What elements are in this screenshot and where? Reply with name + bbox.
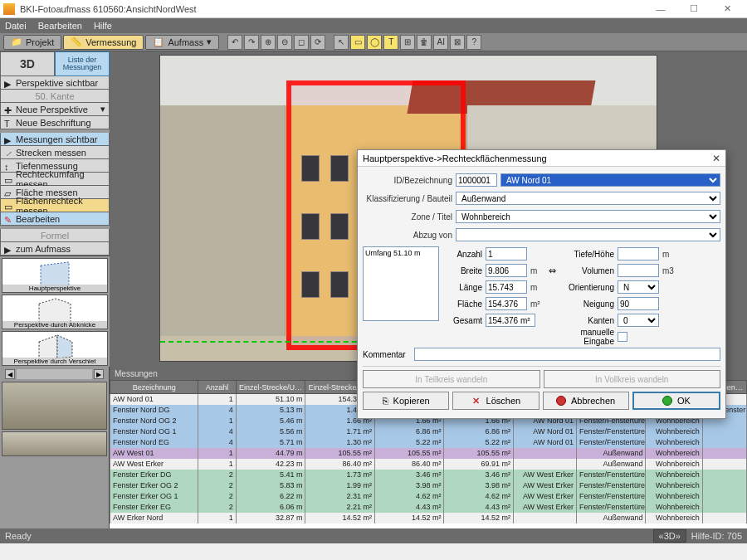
table-row[interactable]: Fenster Nord OG 145.56 m1.71 m²6.86 m²6.… (110, 426, 747, 437)
btn-abbrechen[interactable]: Abbrechen (543, 392, 629, 410)
table-row[interactable]: Fenster Erker DG25.41 m1.73 m²3.46 m²3.4… (110, 470, 747, 480)
laenge-field[interactable] (486, 280, 527, 294)
menu-hilfe[interactable]: Hilfe (94, 21, 112, 31)
table-row[interactable]: AW West Erker142.23 m86.40 m²86.40 m²69.… (110, 459, 747, 470)
copy-icon: ⎘ (383, 396, 388, 406)
menu-datei[interactable]: Datei (5, 21, 27, 31)
tool-undo-icon[interactable]: ↶ (227, 35, 242, 50)
thumb-hauptperspektive[interactable]: Hauptperspektive (2, 258, 108, 293)
status-3d: «3D» (653, 529, 686, 543)
kanten-select[interactable]: 0 (618, 314, 659, 327)
scroll-right-icon[interactable]: ▶ (94, 369, 104, 379)
table-row[interactable]: Fenster Nord EG45.71 m1.30 m²5.22 m²5.22… (110, 437, 747, 448)
tab-projekt[interactable]: 📁Projekt (3, 35, 61, 50)
tool-close-x-icon[interactable]: ⊠ (450, 35, 465, 50)
btn-ok[interactable]: OK (632, 392, 720, 410)
klassifizierung-select[interactable]: Außenwand (456, 192, 720, 205)
scroll-left-icon[interactable]: ◀ (5, 369, 15, 379)
flaeche-field[interactable] (486, 297, 527, 310)
status-text: Ready (5, 531, 32, 541)
orientierung-select[interactable]: N (618, 280, 659, 294)
sidebar-perspektive-sichtbar[interactable]: ▶Perspektive sichtbar (0, 76, 110, 90)
svg-marker-3 (57, 335, 72, 358)
photo-thumb-2[interactable] (2, 431, 107, 456)
title-bar: BKI-Fotoaufmass 610560:AnsichtNordWest —… (0, 0, 747, 18)
photo-thumb-1[interactable] (2, 382, 107, 430)
zone-select[interactable]: Wohnbereich (456, 210, 720, 223)
sidebar-bearbeiten[interactable]: ✎Bearbeiten (0, 212, 110, 226)
btn-vollkreis: In Vollkreis wandeln (544, 370, 721, 388)
tool-rect-icon[interactable]: ▭ (350, 35, 365, 50)
app-icon (3, 3, 15, 15)
sidebar-neue-beschriftung[interactable]: TNeue Beschriftung (0, 116, 110, 129)
menu-bar: Datei Bearbeiten Hilfe (0, 18, 747, 33)
table-col-header[interactable]: Anzahl (198, 381, 237, 394)
table-row[interactable]: Fenster Erker OG 126.22 m2.31 m²4.62 m²4… (110, 491, 747, 502)
btn-kopieren[interactable]: ⎘Kopieren (363, 392, 449, 410)
tab-vermessung[interactable]: 📏Vermessung (63, 35, 144, 50)
status-help-id: Hilfe-ID: 705 (691, 531, 742, 541)
close-button[interactable]: ✕ (710, 1, 744, 17)
btn-loeschen[interactable]: ✕Löschen (452, 392, 539, 410)
maximize-button[interactable]: ☐ (677, 1, 710, 17)
tool-plus-icon[interactable]: ⊞ (400, 35, 415, 50)
tool-redo-icon[interactable]: ↷ (244, 35, 259, 50)
tool-text-icon[interactable]: T (383, 35, 398, 50)
sidebar-formel[interactable]: Formel (0, 229, 110, 242)
sidebar-strecken-messen[interactable]: ⟋Strecken messen (0, 146, 110, 159)
kommentar-field[interactable] (414, 348, 720, 361)
dialog-close-icon[interactable]: ✕ (712, 153, 720, 164)
manuelle-checkbox[interactable] (618, 332, 627, 342)
id-field[interactable] (456, 173, 497, 187)
anzahl-field[interactable] (486, 247, 527, 261)
sidebar-zum-aufmass[interactable]: ▶zum Aufmass (0, 242, 110, 256)
tool-circle-icon[interactable]: ◯ (367, 35, 382, 50)
minimize-button[interactable]: — (644, 1, 677, 17)
tool-zoom-fit-icon[interactable]: ◻ (294, 35, 309, 50)
tool-zoom-in-icon[interactable]: ⊕ (261, 35, 276, 50)
name-select[interactable]: AW Nord 01 (500, 173, 720, 187)
tool-delete-icon[interactable]: 🗑 (417, 35, 432, 50)
tiefe-field[interactable] (618, 247, 659, 261)
table-row[interactable]: Fenster Erker OG 225.83 m1.99 m²3.98 m²3… (110, 480, 747, 491)
sidebar-messungen-sichtbar[interactable]: ▶Messungen sichtbar (0, 133, 110, 146)
btn-teilkreis: In Teilkreis wandeln (363, 370, 540, 388)
gesamt-field (486, 314, 535, 327)
abzug-select[interactable] (456, 228, 720, 241)
tool-ai-icon[interactable]: AI (433, 35, 448, 50)
window-title: BKI-Fotoaufmass 610560:AnsichtNordWest (20, 4, 644, 14)
thumb-verschiebung[interactable]: Perspektive durch Verschiet (2, 331, 108, 366)
table-col-header[interactable]: Einzel-Strecke/Umf. (236, 381, 305, 394)
tool-rotate-icon[interactable]: ⟳ (310, 35, 325, 50)
dialog-titlebar[interactable]: Hauptperspektive->Rechteckflächenmessung… (358, 150, 725, 167)
ok-icon (662, 396, 672, 406)
measurement-dialog: Hauptperspektive->Rechteckflächenmessung… (357, 149, 726, 419)
table-row[interactable]: AW West 01144.79 m105.55 m²105.55 m²105.… (110, 448, 747, 459)
table-row[interactable]: AW Erker Nord132.87 m14.52 m²14.52 m²14.… (110, 513, 747, 523)
umfang-box: Umfang 51.10 m (363, 246, 439, 321)
thumb-abknicke[interactable]: Perspektive durch Abknicke (2, 295, 108, 329)
delete-icon: ✕ (471, 396, 481, 406)
menu-bearbeiten[interactable]: Bearbeiten (38, 21, 82, 31)
tool-question-icon[interactable]: ? (466, 35, 481, 50)
table-col-header[interactable]: Bezeichnung (110, 381, 198, 394)
breite-field[interactable] (486, 264, 527, 277)
tool-pointer-icon[interactable]: ↖ (334, 35, 349, 50)
sidebar-rechteckumfang[interactable]: ▭Rechteckumfang messen (0, 173, 110, 186)
tab-aufmass[interactable]: 📋Aufmass▾ (145, 35, 219, 50)
button-liste-messungen[interactable]: Liste der Messungen (55, 51, 110, 76)
sidebar-kante[interactable]: 50. Kante (0, 90, 110, 103)
link-icon[interactable]: ⇔ (549, 265, 556, 276)
perspective-thumbnails: Hauptperspektive Perspektive durch Abkni… (0, 256, 110, 367)
tool-zoom-out-icon[interactable]: ⊖ (277, 35, 292, 50)
volumen-field[interactable] (618, 264, 659, 277)
bottom-thumbnails: ◀▶ (0, 367, 110, 528)
cancel-icon (556, 396, 566, 406)
button-3d[interactable]: 3D (0, 51, 55, 76)
sidebar-neue-perspektive[interactable]: ✚Neue Perspektive▾ (0, 103, 110, 116)
table-row[interactable]: Fenster Erker EG26.06 m2.21 m²4.43 m²4.4… (110, 502, 747, 513)
neigung-field[interactable] (618, 297, 659, 310)
sidebar-flaechenrechteck[interactable]: ▭Flächenrechteck messen (0, 199, 110, 212)
main-toolbar: 📁Projekt 📏Vermessung 📋Aufmass▾ ↶ ↷ ⊕ ⊖ ◻… (0, 33, 747, 51)
status-bar: Ready «3D» Hilfe-ID: 705 (0, 528, 747, 543)
